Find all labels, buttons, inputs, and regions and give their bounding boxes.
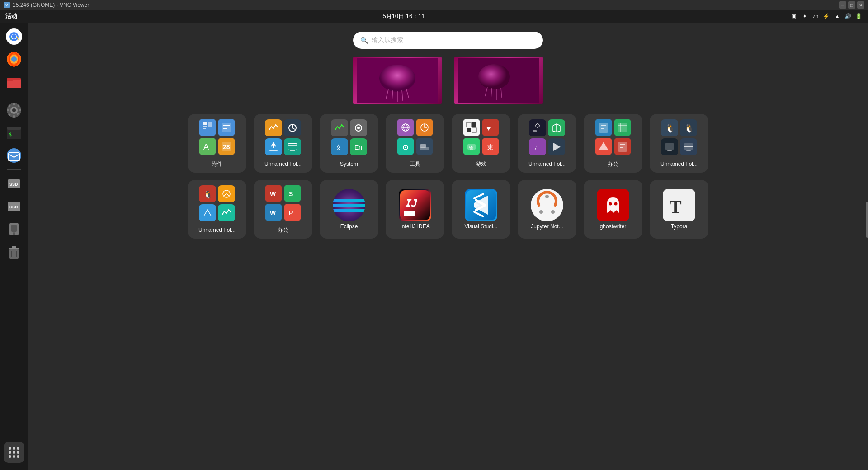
svg-rect-91 <box>533 130 537 132</box>
svg-text:♥: ♥ <box>486 124 491 132</box>
folder-label-tools: 工具 <box>410 160 420 168</box>
app-typora[interactable]: T Typora <box>650 180 708 239</box>
folder-unnamed3[interactable]: 🐧 🐧 <box>650 114 708 173</box>
svg-text:SSD: SSD <box>9 205 18 209</box>
folder-icon-cell: A <box>199 138 216 155</box>
svg-text:P: P <box>289 209 293 216</box>
folder-system[interactable]: 文 En System <box>320 114 378 173</box>
app-vscode[interactable]: Visual Studi... <box>452 180 510 239</box>
screen-icon: ▣ <box>790 13 797 20</box>
svg-text:IJ: IJ <box>405 197 417 209</box>
folder-label-office-row1: 办公 <box>608 160 618 168</box>
dock-item-ssd2[interactable]: SSD <box>4 196 24 217</box>
dock-item-trash[interactable] <box>4 241 24 262</box>
app-eclipse[interactable]: Eclipse <box>320 180 378 239</box>
window-thumbnails-container <box>352 56 544 105</box>
svg-text:W: W <box>270 190 276 197</box>
folder-games[interactable]: ♥ 雀 東 游戏 <box>452 114 510 173</box>
app-ghostwriter[interactable]: ghostwriter <box>584 180 642 239</box>
folder-icon-cell <box>548 138 565 155</box>
folder-icon-cell <box>595 119 612 136</box>
svg-rect-22 <box>7 127 21 130</box>
window-preview-2 <box>454 57 543 104</box>
close-button[interactable]: ✕ <box>857 1 864 9</box>
dock-item-ssd1[interactable]: SSD <box>4 174 24 194</box>
app-label-typora: Typora <box>671 223 688 230</box>
svg-rect-35 <box>12 246 16 248</box>
svg-point-6 <box>11 56 17 62</box>
folder-label-unnamed2: Unnamed Fol... <box>528 161 566 167</box>
folder-icons-unnamed1 <box>265 119 301 155</box>
folder-tools[interactable]: 工具 <box>386 114 444 173</box>
grid-dot <box>9 451 11 454</box>
eclipse-stripe-2 <box>333 204 365 207</box>
search-placeholder: 输入以搜索 <box>372 36 403 44</box>
folder-unnamed2[interactable]: ♪ Unnamed Fol... <box>518 114 576 173</box>
svg-rect-13 <box>13 103 15 105</box>
folder-icon-cell <box>265 119 282 136</box>
dock-separator-2 <box>7 169 21 170</box>
dock-item-files[interactable] <box>4 71 24 92</box>
application-dock: $_ SSD SSD <box>0 23 28 470</box>
folder-label-accessories: 附件 <box>212 160 222 168</box>
dock-item-chrome[interactable] <box>4 26 24 47</box>
scroll-indicator[interactable] <box>866 202 868 238</box>
gnome-desktop: 活动 5月10日 16：11 ▣ ✦ zh ⚡ ▲ 🔊 🔋 <box>0 10 868 470</box>
folder-icon-cell <box>199 204 216 221</box>
grid-dot <box>9 455 11 458</box>
grid-dot <box>17 451 19 454</box>
wifi-icon: ▲ <box>834 13 841 20</box>
eclipse-icon <box>333 189 365 221</box>
app-grid-row-1: A 28 附件 <box>188 114 708 173</box>
folder-accessories[interactable]: A 28 附件 <box>188 114 246 173</box>
folder-office-row1[interactable]: 办公 <box>584 114 642 173</box>
dock-item-terminal[interactable]: $_ <box>4 122 24 143</box>
volume-icon: 🔊 <box>844 13 852 20</box>
svg-rect-54 <box>203 128 206 129</box>
folder-unnamed1[interactable]: Unnamed Fol... <box>254 114 312 173</box>
search-bar[interactable]: 🔍 输入以搜索 <box>353 32 543 49</box>
vnc-window-controls: ─ □ ✕ <box>839 1 864 9</box>
folder-office2[interactable]: W S W P 办公 <box>254 180 312 239</box>
window-thumbnail-2[interactable] <box>453 56 544 105</box>
folder-label-unnamed4: Unnamed Fol... <box>198 227 236 233</box>
window-thumbnail-1[interactable] <box>352 56 443 105</box>
svg-rect-106 <box>667 150 672 151</box>
lang-indicator[interactable]: zh <box>812 13 819 20</box>
folder-icon-cell: 雀 <box>463 138 480 155</box>
grid-dot <box>13 455 15 458</box>
folder-icon-cell: ♪ <box>529 138 546 155</box>
svg-point-71 <box>357 127 360 129</box>
datetime-display[interactable]: 5月10日 16：11 <box>382 12 425 20</box>
gnome-topbar: 活动 5月10日 16：11 ▣ ✦ zh ⚡ ▲ 🔊 🔋 <box>0 10 868 23</box>
svg-text:🐧: 🐧 <box>684 123 694 133</box>
app-label-jupyter: Jupyter Not... <box>531 223 563 230</box>
vscode-icon <box>465 189 497 221</box>
svg-text:W: W <box>270 209 276 216</box>
folder-icon-cell <box>331 119 348 136</box>
grid-dot <box>13 451 15 454</box>
svg-text:🐧: 🐧 <box>203 190 212 199</box>
svg-point-125 <box>551 210 555 214</box>
dock-item-usb[interactable] <box>4 219 24 240</box>
folder-icons-office2: W S W P <box>265 185 301 221</box>
folder-icon-cell <box>284 119 301 136</box>
folder-unnamed4[interactable]: 🐧 Unnamed Fol... <box>188 180 246 239</box>
dock-item-settings[interactable] <box>4 100 24 121</box>
dock-item-firefox[interactable] <box>4 49 24 70</box>
maximize-button[interactable]: □ <box>848 1 855 9</box>
folder-icon-cell <box>350 119 367 136</box>
folder-icon-cell <box>284 138 301 155</box>
folder-icon-cell <box>595 138 612 155</box>
minimize-button[interactable]: ─ <box>839 1 846 9</box>
svg-point-128 <box>614 202 618 206</box>
show-applications-button[interactable] <box>4 442 24 463</box>
activities-button[interactable]: 活动 <box>5 12 17 20</box>
svg-line-65 <box>292 128 295 129</box>
dock-item-email[interactable] <box>4 145 24 166</box>
app-jupyter[interactable]: Jupyter Not... <box>518 180 576 239</box>
app-intellij[interactable]: IJ IntelliJ IDEA <box>386 180 444 239</box>
dock-separator-1 <box>7 96 21 96</box>
svg-rect-109 <box>686 150 691 151</box>
svg-rect-34 <box>9 248 19 249</box>
